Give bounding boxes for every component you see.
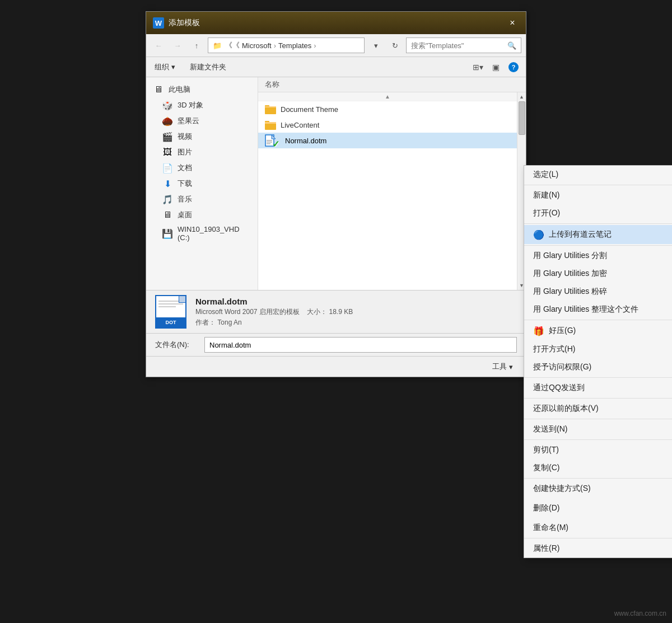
- ctx-item-glary-organize[interactable]: 用 Glary Utilities 整理这个文件: [524, 301, 672, 318]
- pane-button[interactable]: ▣: [488, 59, 503, 75]
- svg-rect-6: [265, 123, 276, 129]
- dialog-title: 添加模板: [169, 18, 200, 28]
- file-item-livecontent[interactable]: LiveContent: [258, 117, 517, 133]
- svg-rect-12: [267, 143, 270, 144]
- sidebar-item-this-pc[interactable]: 🖥 此电脑: [146, 82, 258, 97]
- content-area: 🖥 此电脑 🎲 3D 对象 🌰 坚果云 🎬 视频 🖼 图片 📄 文档: [146, 77, 526, 290]
- sidebar-item-music[interactable]: 🎵 音乐: [146, 191, 258, 207]
- sidebar-label-documents: 文档: [178, 163, 192, 173]
- title-bar: W 添加模板 ×: [146, 12, 526, 34]
- ctx-item-cut[interactable]: 剪切(T): [524, 441, 672, 459]
- ctx-divider-7: [524, 419, 672, 419]
- scroll-up-arrow: ▲: [385, 93, 390, 100]
- preview-bar-text: DOT: [166, 320, 176, 325]
- help-icon: ?: [508, 62, 519, 72]
- scroll-up-indicator[interactable]: ▲: [258, 92, 517, 101]
- sidebar-item-win10-drive[interactable]: 💾 WIN10_1903_VHD (C:): [146, 223, 258, 244]
- path-part-1: 《《: [225, 40, 240, 50]
- forward-button[interactable]: →: [170, 38, 185, 53]
- ctx-item-select[interactable]: 选定(L): [524, 166, 672, 184]
- ctx-label-copy: 复制(C): [533, 463, 559, 473]
- ctx-label-new: 新建(N): [533, 190, 559, 200]
- ctx-item-upload-youdao[interactable]: 🔵 上传到有道云笔记: [524, 225, 672, 244]
- search-icon: 🔍: [507, 41, 516, 50]
- help-button[interactable]: ?: [506, 59, 521, 75]
- ctx-item-open[interactable]: 打开(O): [524, 204, 672, 222]
- address-path: 《《 Microsoft › Templates ›: [225, 40, 360, 50]
- scroll-thumb[interactable]: [519, 101, 525, 135]
- sidebar-item-3d-objects[interactable]: 🎲 3D 对象: [146, 97, 258, 113]
- up-button[interactable]: ↑: [189, 38, 204, 53]
- ctx-label-delete: 删除(D): [533, 503, 559, 513]
- back-button[interactable]: ←: [151, 38, 166, 53]
- path-templates: Templates: [278, 41, 311, 50]
- organize-arrow: ▾: [171, 63, 175, 71]
- jianguoyun-icon: 🌰: [162, 115, 173, 127]
- scroll-up-btn[interactable]: ▲: [517, 92, 526, 101]
- info-panel: DOT Normal.dotm Microsoft Word 2007 启用宏的…: [146, 290, 526, 333]
- ctx-label-haozip: 好压(G): [549, 326, 576, 336]
- ctx-item-open-with[interactable]: 打开方式(H) ›: [524, 340, 672, 358]
- file-preview: DOT: [155, 295, 186, 329]
- sidebar-item-videos[interactable]: 🎬 视频: [146, 129, 258, 144]
- ctx-item-haozip[interactable]: 🎁 好压(G) ›: [524, 321, 672, 340]
- file-list-header-label: 名称: [265, 79, 279, 90]
- ctx-item-glary-split[interactable]: 用 Glary Utilities 分割: [524, 247, 672, 265]
- preview-bar: DOT: [156, 317, 185, 327]
- sidebar-item-pictures[interactable]: 🖼 图片: [146, 144, 258, 160]
- haozip-icon: 🎁: [533, 325, 544, 336]
- new-folder-button[interactable]: 新建文件夹: [186, 60, 230, 74]
- sidebar-label-win10-drive: WIN10_1903_VHD (C:): [178, 225, 251, 242]
- address-input[interactable]: 📁 《《 Microsoft › Templates ›: [208, 38, 365, 53]
- win10-drive-icon: 💾: [162, 228, 173, 239]
- file-item-label-normal-dotm: Normal.dotm: [285, 137, 326, 145]
- sidebar-label-jianguoyun: 坚果云: [178, 116, 199, 126]
- sidebar-item-documents[interactable]: 📄 文档: [146, 160, 258, 176]
- ctx-item-restore[interactable]: 还原以前的版本(V): [524, 400, 672, 418]
- ctx-divider-4: [524, 320, 672, 320]
- tools-button[interactable]: 工具 ▾: [488, 360, 517, 373]
- ctx-item-create-shortcut[interactable]: 创建快捷方式(S): [524, 480, 672, 498]
- view-button[interactable]: ⊞ ▾: [470, 59, 486, 75]
- ctx-item-glary-encrypt[interactable]: 用 Glary Utilities 加密: [524, 265, 672, 283]
- 3d-objects-icon: 🎲: [162, 100, 173, 111]
- youdao-icon: 🔵: [533, 229, 544, 240]
- ctx-item-send-qq[interactable]: 通过QQ发送到: [524, 379, 672, 397]
- address-dropdown-button[interactable]: ▾: [368, 38, 384, 53]
- sidebar-item-downloads[interactable]: ⬇ 下载: [146, 176, 258, 191]
- sidebar: 🖥 此电脑 🎲 3D 对象 🌰 坚果云 🎬 视频 🖼 图片 📄 文档: [146, 77, 258, 290]
- info-file-desc: Microsoft Word 2007 启用宏的模板 大小： 18.9 KB: [195, 307, 517, 317]
- ctx-divider-5: [524, 377, 672, 378]
- toolbar: 组织 ▾ 新建文件夹 ⊞ ▾ ▣ ?: [146, 57, 526, 77]
- filename-input[interactable]: [204, 337, 517, 353]
- ctx-item-grant-access[interactable]: 授予访问权限(G) ›: [524, 358, 672, 376]
- search-input[interactable]: [411, 41, 505, 50]
- file-item-document-theme[interactable]: Document Theme: [258, 101, 517, 117]
- ctx-item-properties[interactable]: 属性(R): [524, 540, 672, 558]
- sidebar-item-desktop[interactable]: 🖥 桌面: [146, 207, 258, 223]
- file-item-normal-dotm[interactable]: ✓ Normal.dotm: [258, 133, 517, 148]
- svg-rect-10: [267, 140, 272, 141]
- ctx-item-glary-shred[interactable]: 用 Glary Utilities 粉碎: [524, 283, 672, 301]
- refresh-button[interactable]: ↻: [387, 38, 403, 53]
- ctx-item-new[interactable]: 新建(N): [524, 186, 672, 204]
- close-button[interactable]: ×: [506, 16, 519, 30]
- filename-label: 文件名(N):: [155, 340, 200, 350]
- ctx-item-send-to[interactable]: 发送到(N) ›: [524, 420, 672, 438]
- watermark: www.cfan.com.cn: [614, 610, 666, 617]
- ctx-item-delete[interactable]: 删除(D) ✓: [524, 498, 672, 519]
- sidebar-item-jianguoyun[interactable]: 🌰 坚果云: [146, 113, 258, 129]
- ctx-label-open-with: 打开方式(H): [533, 344, 575, 354]
- ctx-label-properties: 属性(R): [533, 544, 559, 554]
- file-item-label-livecontent: LiveContent: [281, 121, 319, 129]
- path-microsoft: Microsoft: [242, 41, 272, 50]
- new-folder-label: 新建文件夹: [190, 62, 226, 72]
- ctx-item-rename[interactable]: 重命名(M): [524, 519, 672, 537]
- word-icon: W: [153, 17, 164, 29]
- ctx-label-rename: 重命名(M): [533, 523, 568, 533]
- organize-button[interactable]: 组织 ▾: [151, 60, 179, 74]
- preview-line-3: [158, 306, 176, 307]
- ctx-item-copy[interactable]: 复制(C): [524, 459, 672, 477]
- ctx-label-glary-split: 用 Glary Utilities 分割: [533, 251, 607, 261]
- ctx-label-create-shortcut: 创建快捷方式(S): [533, 484, 591, 494]
